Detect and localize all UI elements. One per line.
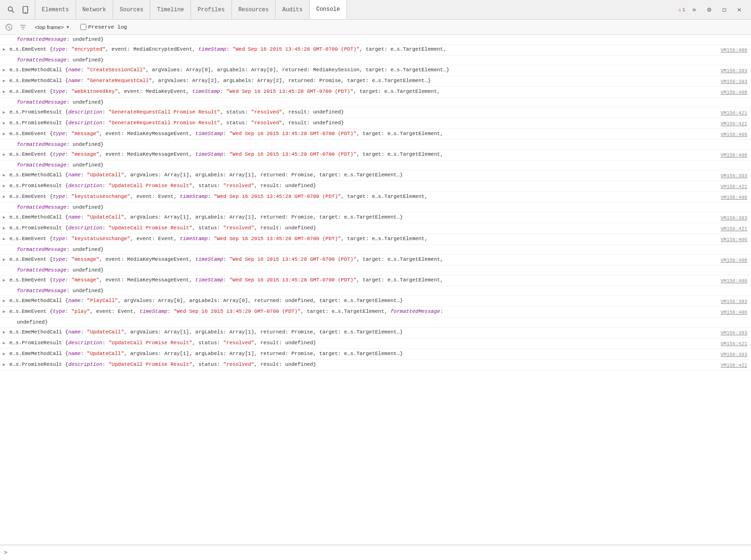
log-source-link[interactable]: VM156:406: [720, 89, 747, 96]
log-source-link[interactable]: VM156:421: [720, 362, 747, 369]
log-entry[interactable]: ▶e…s.PromiseResult {description: "Update…: [0, 338, 751, 349]
preserve-log-checkbox[interactable]: [80, 24, 86, 30]
log-entry[interactable]: ▶e…s.PromiseResult {description: "Update…: [0, 360, 751, 371]
log-source-link[interactable]: VM156:406: [720, 236, 747, 243]
expand-arrow-icon[interactable]: ▶: [3, 340, 5, 347]
log-entry[interactable]: ▶e…s.EmeEvent {type: "keystatuseschange"…: [0, 192, 751, 203]
log-entry[interactable]: undefined}: [0, 318, 751, 327]
log-entry[interactable]: ▶e…s.PromiseResult {description: "Genera…: [0, 118, 751, 129]
expand-arrow-icon[interactable]: ▶: [3, 235, 5, 243]
log-entry[interactable]: ▶e…s.EmeEvent {type: "encrypted", event:…: [0, 45, 751, 55]
frame-selector[interactable]: <top frame> ▼: [32, 23, 73, 31]
expand-arrow-icon[interactable]: ▶: [3, 277, 5, 284]
log-entry[interactable]: formattedMessage: undefined}: [0, 98, 751, 107]
log-entry[interactable]: formattedMessage: undefined}: [0, 140, 751, 150]
log-source-link[interactable]: VM156:406: [720, 151, 747, 159]
log-source-link[interactable]: VM156:406: [720, 277, 747, 285]
log-source-link[interactable]: VM156:393: [720, 172, 747, 180]
log-entry[interactable]: ▶e…s.EmeEvent {type: "message", event: M…: [0, 150, 751, 160]
tab-timeline[interactable]: Timeline: [150, 0, 191, 19]
log-entry[interactable]: formattedMessage: undefined}: [0, 203, 751, 212]
log-entry[interactable]: ▶e…s.PromiseResult {description: "Genera…: [0, 107, 751, 118]
expand-arrow-icon[interactable]: ▶: [3, 77, 5, 85]
log-source-link[interactable]: VM156:393: [720, 329, 747, 337]
expand-arrow-icon[interactable]: ▶: [3, 308, 5, 316]
expand-arrow-icon[interactable]: ▶: [3, 172, 5, 179]
close-button[interactable]: ✕: [733, 4, 745, 16]
tab-profiles[interactable]: Profiles: [191, 0, 232, 19]
log-entry[interactable]: ▶e…s.EmeEvent {type: "keystatuseschange"…: [0, 234, 751, 245]
log-entry[interactable]: ▶e…s.EmeEvent {type: "message", event: M…: [0, 255, 751, 265]
log-source-link[interactable]: VM156:421: [720, 225, 747, 233]
log-source-link[interactable]: VM156:421: [720, 120, 747, 128]
expand-arrow-icon[interactable]: ▶: [3, 361, 5, 369]
log-source-link[interactable]: VM156:393: [720, 351, 747, 358]
tab-audits[interactable]: Audits: [276, 0, 309, 19]
terminal-button[interactable]: »: [688, 4, 700, 16]
log-entry[interactable]: ▶e…s.PromiseResult {description: "Update…: [0, 223, 751, 234]
tab-console[interactable]: Console: [310, 0, 347, 19]
log-source-link[interactable]: VM156:406: [720, 194, 747, 201]
log-entry[interactable]: ▶e…s.EmeMethodCall {name: "UpdateCall", …: [0, 327, 751, 338]
log-entry[interactable]: ▶e…s.EmeEvent {type: "message", event: M…: [0, 275, 751, 286]
log-entry[interactable]: formattedMessage: undefined}: [0, 35, 751, 45]
clear-console-button[interactable]: [4, 22, 14, 32]
log-source-link[interactable]: VM156:393: [720, 78, 747, 85]
log-source-link[interactable]: VM156:393: [720, 67, 747, 75]
log-entry[interactable]: formattedMessage: undefined}: [0, 55, 751, 65]
expand-arrow-icon[interactable]: ▶: [3, 151, 5, 159]
console-input[interactable]: [10, 550, 747, 556]
log-text: e…s.EmeMethodCall {name: "UpdateCall", a…: [9, 350, 717, 357]
filter-button[interactable]: [18, 22, 28, 32]
log-source-link[interactable]: VM156:393: [720, 298, 747, 305]
log-source-link[interactable]: VM156:406: [720, 309, 747, 316]
log-entry[interactable]: formattedMessage: undefined}: [0, 245, 751, 255]
preserve-log-label[interactable]: Preserve log: [80, 24, 127, 30]
expand-arrow-icon[interactable]: ▶: [3, 130, 5, 138]
expand-arrow-icon[interactable]: ▶: [3, 350, 5, 358]
log-entry[interactable]: ▶e…s.EmeEvent {type: "message", event: M…: [0, 129, 751, 140]
expand-arrow-icon[interactable]: ▶: [3, 182, 5, 190]
mobile-device-button[interactable]: [19, 3, 32, 16]
log-source-link[interactable]: VM156:421: [720, 340, 747, 348]
expand-arrow-icon[interactable]: ▶: [3, 256, 5, 264]
log-source-link[interactable]: VM156:406: [720, 46, 747, 54]
tab-sources[interactable]: Sources: [113, 0, 150, 19]
log-source-link[interactable]: VM156:406: [720, 257, 747, 264]
inspect-element-button[interactable]: [5, 3, 18, 16]
log-entry[interactable]: formattedMessage: undefined}: [0, 286, 751, 296]
settings-button[interactable]: ⚙: [703, 4, 715, 16]
preserve-log-text: Preserve log: [88, 24, 127, 30]
log-entry[interactable]: ▶e…s.EmeMethodCall {name: "UpdateCall", …: [0, 212, 751, 223]
log-source-link[interactable]: VM156:406: [720, 131, 747, 138]
expand-arrow-icon[interactable]: ▶: [3, 109, 5, 116]
expand-arrow-icon[interactable]: ▶: [3, 214, 5, 221]
expand-arrow-icon[interactable]: ▶: [3, 193, 5, 201]
log-entry[interactable]: formattedMessage: undefined}: [0, 160, 751, 170]
log-entry[interactable]: ▶e…s.EmeEvent {type: "webkitneedkey", ev…: [0, 87, 751, 98]
log-text: e…s.PromiseResult {description: "UpdateC…: [9, 182, 717, 189]
expand-arrow-icon[interactable]: ▶: [3, 297, 5, 305]
tab-network[interactable]: Network: [76, 0, 113, 19]
expand-arrow-icon[interactable]: ▶: [3, 46, 5, 53]
log-entry[interactable]: ▶e…s.EmeEvent {type: "play", event: Even…: [0, 307, 751, 318]
tab-elements[interactable]: Elements: [35, 0, 76, 19]
log-source-link[interactable]: VM156:421: [720, 183, 747, 190]
expand-arrow-icon[interactable]: ▶: [3, 329, 5, 336]
expand-arrow-icon[interactable]: ▶: [3, 67, 5, 74]
tab-resources[interactable]: Resources: [232, 0, 276, 19]
log-entry[interactable]: ▶e…s.EmeMethodCall {name: "UpdateCall", …: [0, 170, 751, 181]
dock-button[interactable]: ◻: [718, 4, 730, 16]
expand-arrow-icon[interactable]: ▶: [3, 225, 5, 232]
log-entry[interactable]: formattedMessage: undefined}: [0, 265, 751, 275]
expand-arrow-icon[interactable]: ▶: [3, 120, 5, 127]
log-entry[interactable]: ▶e…s.PromiseResult {description: "Update…: [0, 181, 751, 192]
log-entry[interactable]: ▶e…s.EmeMethodCall {name: "GenerateReque…: [0, 76, 751, 87]
log-source-link[interactable]: VM156:393: [720, 214, 747, 222]
log-text: e…s.EmeEvent {type: "message", event: Me…: [9, 151, 717, 158]
log-source-link[interactable]: VM156:421: [720, 109, 747, 117]
log-entry[interactable]: ▶e…s.EmeMethodCall {name: "UpdateCall", …: [0, 349, 751, 360]
log-entry[interactable]: ▶e…s.EmeMethodCall {name: "PlayCall", ar…: [0, 296, 751, 307]
expand-arrow-icon[interactable]: ▶: [3, 88, 5, 96]
log-entry[interactable]: ▶e…s.EmeMethodCall {name: "CreateSession…: [0, 65, 751, 76]
